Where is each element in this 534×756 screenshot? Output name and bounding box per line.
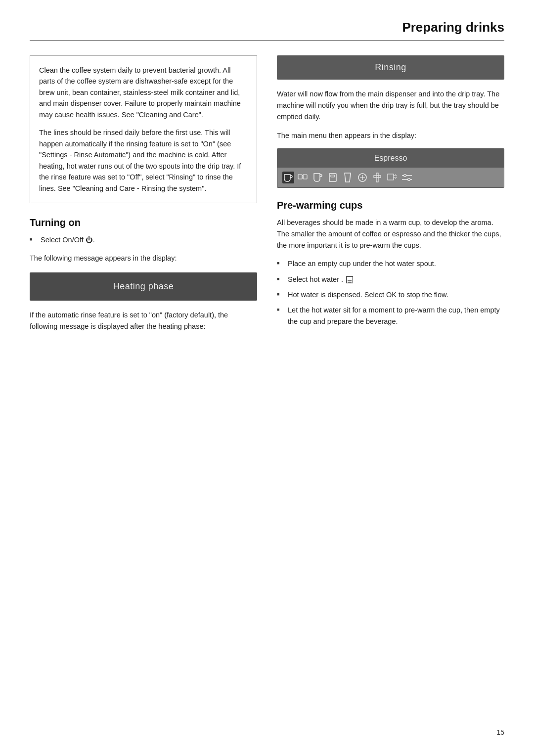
foam-icon — [356, 172, 368, 183]
pre-warming-bullets: Place an empty cup under the hot water s… — [277, 258, 504, 327]
glass-icon — [342, 172, 354, 183]
info-para-2: The lines should be rinsed daily before … — [39, 127, 248, 194]
svg-rect-6 — [374, 176, 381, 178]
left-column: Clean the coffee system daily to prevent… — [30, 55, 257, 339]
bullet-hot-water-dispensed: Hot water is dispensed. Select OK to sto… — [277, 289, 504, 301]
large-cup-icon — [312, 172, 324, 183]
info-box: Clean the coffee system daily to prevent… — [30, 55, 257, 203]
bullet-select-onoff: Select On/Off ⏻. — [30, 234, 257, 246]
bullet-place-cup: Place an empty cup under the hot water s… — [277, 258, 504, 269]
settings-icon — [371, 172, 383, 183]
espresso-icons-row — [277, 168, 504, 187]
pre-warming-section: Pre-warming cups All beverages should be… — [277, 200, 504, 328]
svg-point-10 — [408, 178, 410, 180]
svg-point-9 — [404, 174, 406, 177]
info-para-1: Clean the coffee system daily to prevent… — [39, 65, 248, 120]
pre-warming-heading: Pre-warming cups — [277, 200, 504, 211]
display-text-2: If the automatic rinse feature is set to… — [30, 310, 257, 332]
espresso-cup-icon — [282, 172, 294, 183]
pre-warming-para: All beverages should be made in a warm c… — [277, 217, 504, 252]
bullet-let-sit: Let the hot water sit for a moment to pr… — [277, 305, 504, 327]
heating-phase-panel: Heating phase — [30, 272, 257, 301]
turning-on-bullets: Select On/Off ⏻. — [30, 234, 257, 246]
main-content: Clean the coffee system daily to prevent… — [30, 55, 504, 339]
svg-rect-3 — [331, 175, 335, 177]
turning-on-heading: Turning on — [30, 217, 257, 228]
bullet-select-hot-water: Select hot water . — [277, 274, 504, 285]
svg-rect-1 — [303, 175, 307, 179]
hot-water-icon — [386, 172, 398, 183]
page-header: Preparing drinks — [30, 20, 504, 41]
adjust-icon — [401, 172, 413, 183]
page-title: Preparing drinks — [402, 20, 504, 35]
hot-water-symbol — [346, 276, 353, 283]
rinsing-para-1: Water will now flow from the main dispen… — [277, 89, 504, 123]
svg-rect-0 — [298, 175, 302, 179]
page-number: 15 — [496, 728, 504, 736]
double-cup-icon — [297, 172, 309, 183]
espresso-header: Espresso — [277, 149, 504, 168]
display-text-1: The following message appears in the dis… — [30, 253, 257, 264]
container-icon — [327, 172, 339, 183]
right-column: Rinsing Water will now flow from the mai… — [277, 55, 504, 339]
espresso-display: Espresso — [277, 148, 504, 188]
rinsing-panel: Rinsing — [277, 55, 504, 80]
turning-on-section: Turning on Select On/Off ⏻. The followin… — [30, 217, 257, 332]
svg-rect-2 — [329, 174, 336, 181]
rinsing-para-2: The main menu then appears in the displa… — [277, 130, 504, 141]
